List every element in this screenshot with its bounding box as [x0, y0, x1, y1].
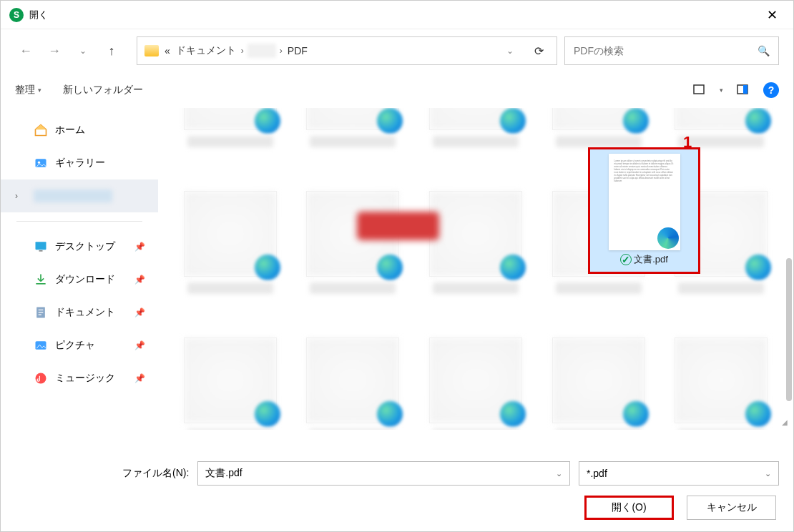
check-icon: ✓ [620, 254, 632, 265]
pin-icon: 📌 [134, 307, 145, 317]
caret-down-icon[interactable]: ⌄ [765, 469, 771, 478]
svg-rect-0 [694, 85, 704, 94]
document-icon [34, 305, 48, 320]
crumb-pdf[interactable]: PDF [285, 45, 310, 56]
crumb-prefix: « [162, 45, 173, 56]
sidebar-label: ギャラリー [55, 157, 105, 169]
file-item[interactable] [295, 108, 411, 147]
desktop-icon [34, 240, 48, 254]
titlebar: S 開く ✕ [1, 1, 793, 29]
open-button[interactable]: 開く(O) [584, 496, 674, 520]
download-icon [34, 272, 48, 287]
file-item[interactable] [663, 301, 779, 430]
sidebar-label: ピクチャ [55, 339, 95, 352]
search-box[interactable]: 🔍 [564, 36, 779, 65]
refresh-button[interactable]: ⟳ [528, 40, 549, 61]
sidebar-label: ミュージック [55, 372, 115, 385]
filename-input[interactable]: 文書.pdf ⌄ [197, 461, 570, 486]
filetype-value: *.pdf [587, 468, 607, 479]
file-item-selected[interactable]: Lorem ipsum dolor sit amet consectetur a… [588, 147, 700, 274]
file-item[interactable] [541, 301, 657, 430]
caret-down-icon[interactable]: ⌄ [556, 469, 562, 478]
sidebar: ホーム ギャラリー › デスクトップ 📌 ダウンロード 📌 ドキュメント 📌 [1, 108, 158, 430]
svg-rect-8 [39, 310, 44, 310]
main-area: ホーム ギャラリー › デスクトップ 📌 ダウンロード 📌 ドキュメント 📌 [1, 108, 793, 430]
view-caret[interactable]: ▾ [720, 87, 723, 94]
file-item[interactable] [172, 301, 288, 430]
new-folder-button[interactable]: 新しいフォルダー [63, 84, 143, 97]
svg-rect-6 [39, 250, 43, 252]
sidebar-item-pictures[interactable]: ピクチャ 📌 [1, 329, 158, 362]
search-icon[interactable]: 🔍 [758, 45, 770, 56]
edge-badge-icon [657, 227, 679, 249]
pin-icon: 📌 [134, 340, 145, 350]
file-item[interactable] [295, 301, 411, 430]
preview-pane-icon[interactable] [736, 83, 750, 97]
window-title: 開く [29, 9, 48, 21]
folder-icon [144, 45, 159, 56]
breadcrumb-dropdown[interactable]: ⌄ [499, 40, 521, 61]
pin-icon: 📌 [134, 275, 145, 285]
chevron-right-icon: › [15, 191, 18, 201]
organize-menu[interactable]: 整理 ▾ [15, 84, 41, 97]
scrollbar[interactable] [786, 258, 792, 401]
app-icon: S [9, 8, 24, 22]
organize-label: 整理 [15, 84, 35, 97]
file-item[interactable] [418, 301, 534, 430]
chevron-right-icon: › [278, 46, 285, 56]
cancel-button[interactable]: キャンセル [687, 496, 776, 520]
search-input[interactable] [574, 45, 758, 56]
file-area: Lorem ipsum dolor sit amet consectetur a… [158, 108, 793, 430]
view-icon-1[interactable] [692, 83, 707, 97]
filename-label: ファイル名(N): [122, 467, 189, 480]
help-icon[interactable]: ? [763, 82, 779, 98]
sidebar-item-home[interactable]: ホーム [1, 114, 158, 147]
sidebar-item-documents[interactable]: ドキュメント 📌 [1, 296, 158, 329]
redacted-label [34, 189, 112, 202]
file-item[interactable] [541, 108, 657, 147]
nav-row: ← → ⌄ ↑ « ドキュメント › › PDF ⌄ ⟳ 🔍 [1, 29, 793, 72]
crumb-documents[interactable]: ドキュメント [173, 44, 239, 57]
up-button[interactable]: ↑ [101, 40, 122, 61]
resize-grip[interactable]: ◢ [782, 418, 792, 428]
chevron-right-icon: › [239, 46, 246, 56]
file-item[interactable] [663, 108, 779, 147]
close-button[interactable]: ✕ [760, 4, 785, 26]
pin-icon: 📌 [134, 373, 145, 383]
crumb-redacted [247, 44, 276, 58]
divider [16, 221, 142, 222]
caret-down-icon: ▾ [38, 87, 41, 94]
file-item[interactable] [172, 108, 288, 147]
sidebar-item-redacted[interactable]: › [1, 179, 158, 212]
sidebar-label: デスクトップ [55, 240, 115, 253]
file-item[interactable] [418, 108, 534, 147]
back-button[interactable]: ← [15, 40, 36, 61]
toolbar: 整理 ▾ 新しいフォルダー ▾ ? [1, 72, 793, 108]
sidebar-item-desktop[interactable]: デスクトップ 📌 [1, 230, 158, 263]
sidebar-label: ダウンロード [55, 273, 115, 286]
sidebar-item-music[interactable]: ミュージック 📌 [1, 362, 158, 395]
sidebar-item-downloads[interactable]: ダウンロード 📌 [1, 263, 158, 296]
svg-rect-10 [39, 315, 41, 315]
recent-dropdown[interactable]: ⌄ [72, 40, 94, 61]
file-name: ✓ 文書.pdf [620, 250, 668, 267]
home-icon [34, 123, 48, 137]
annotation-1: 1 [683, 133, 692, 152]
sidebar-label: ドキュメント [55, 306, 115, 319]
breadcrumb[interactable]: « ドキュメント › › PDF ⌄ ⟳ [137, 36, 557, 65]
file-item[interactable] [172, 154, 288, 294]
sidebar-label: ホーム [55, 124, 85, 137]
filetype-select[interactable]: *.pdf ⌄ [579, 461, 779, 486]
svg-point-4 [38, 162, 40, 164]
forward-button[interactable]: → [44, 40, 65, 61]
gallery-icon [34, 156, 48, 170]
blurred-thumb-accent [357, 212, 439, 240]
pin-icon: 📌 [134, 242, 145, 252]
sidebar-item-gallery[interactable]: ギャラリー [1, 147, 158, 179]
pdf-thumbnail: Lorem ipsum dolor sit amet consectetur a… [609, 154, 680, 250]
filename-value: 文書.pdf [205, 467, 242, 480]
bottom-bar: ファイル名(N): 文書.pdf ⌄ *.pdf ⌄ 2 開く(O) キャンセル [1, 451, 793, 531]
svg-rect-9 [39, 312, 44, 312]
svg-point-12 [36, 373, 46, 384]
music-icon [34, 371, 48, 385]
